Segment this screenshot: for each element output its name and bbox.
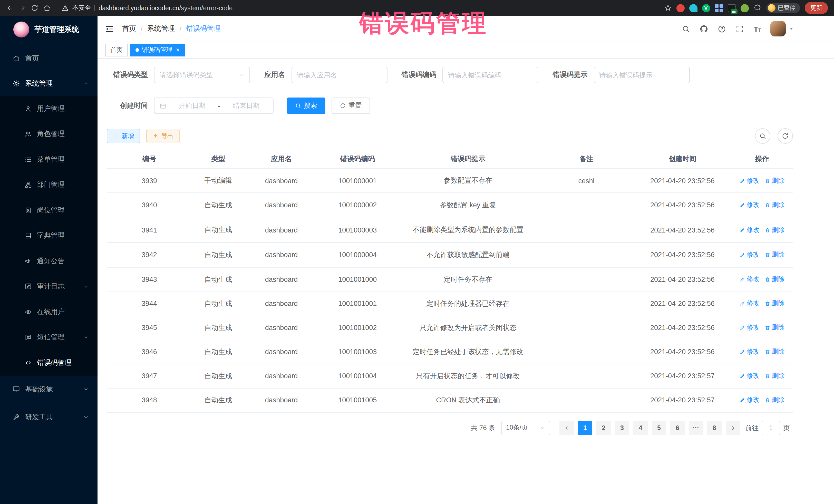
extensions-puzzle-icon[interactable] (753, 4, 761, 12)
cell-time: 2021-04-20 23:52:57 (634, 388, 731, 412)
date-range-picker[interactable]: 开始日期 - 结束日期 (154, 97, 273, 114)
delete-link[interactable]: 删除 (765, 372, 785, 380)
app-logo[interactable]: 芋道管理系统 (0, 16, 97, 43)
browser-update-button[interactable]: 更新 (805, 2, 828, 14)
reset-button[interactable]: 重置 (332, 97, 370, 114)
edit-link[interactable]: 修改 (740, 299, 760, 308)
extension-red-icon[interactable] (676, 4, 684, 12)
error-type-select[interactable]: 请选择错误码类型 (154, 67, 250, 83)
delete-link[interactable]: 删除 (765, 299, 785, 308)
extension-dark-icon[interactable]: on (727, 4, 736, 12)
menu-fold-icon[interactable] (105, 24, 114, 33)
breadcrumb-home[interactable]: 首页 (122, 24, 136, 34)
page-button[interactable]: 5 (652, 421, 666, 435)
edit-pencil-icon (740, 397, 745, 403)
sidebar-subitem[interactable]: 字典管理 (0, 223, 97, 248)
sidebar-item-infrastructure[interactable]: 基础设施 (0, 375, 97, 403)
refresh-table-button[interactable] (777, 128, 793, 144)
sidebar-subitem[interactable]: 菜单管理 (0, 147, 97, 172)
page-button[interactable]: 1 (578, 421, 592, 435)
user-avatar[interactable] (770, 21, 786, 37)
page-button[interactable]: 4 (633, 421, 648, 435)
edit-link[interactable]: 修改 (740, 396, 760, 404)
tab-error-code[interactable]: 错误码管理 × (130, 43, 185, 56)
browser-home-icon[interactable] (43, 4, 51, 12)
extension-paw-icon[interactable] (740, 4, 749, 12)
delete-link[interactable]: 删除 (765, 251, 785, 259)
search-icon[interactable] (682, 24, 690, 33)
edit-link[interactable]: 修改 (740, 251, 760, 259)
next-page-button[interactable] (726, 421, 740, 435)
app-title: 芋道管理系统 (35, 24, 79, 34)
search-button[interactable]: 搜索 (287, 97, 325, 114)
edit-link[interactable]: 修改 (740, 275, 760, 284)
cell-type: 手动编辑 (192, 169, 245, 193)
delete-link[interactable]: 删除 (765, 348, 785, 356)
fullscreen-icon[interactable] (736, 24, 744, 33)
edit-link[interactable]: 修改 (740, 226, 760, 235)
reload-icon[interactable] (31, 4, 39, 12)
url-text[interactable]: dashboard.yudao.iocoder.cn/system/error-… (98, 4, 233, 12)
toggle-search-button[interactable] (755, 128, 770, 144)
extension-grid-icon[interactable] (715, 4, 723, 12)
goto-page-input[interactable] (762, 421, 780, 435)
url-host: dashboard.yudao.iocoder.cn (98, 4, 179, 12)
cell-actions: 修改删除 (731, 364, 793, 388)
page-button[interactable]: 3 (615, 421, 629, 435)
close-icon[interactable]: × (176, 46, 180, 53)
sidebar-subitem[interactable]: 角色管理 (0, 122, 97, 147)
omnibox[interactable]: 不安全 dashboard.yudao.iocoder.cn/system/er… (62, 4, 233, 12)
page-button[interactable]: ··· (689, 421, 703, 435)
page-button[interactable]: 2 (596, 421, 611, 435)
sidebar-subitem[interactable]: 在线用户 (0, 299, 97, 325)
page-size-select[interactable]: 10条/页 (501, 421, 550, 435)
delete-link[interactable]: 删除 (765, 176, 785, 185)
edit-link[interactable]: 修改 (740, 323, 760, 332)
sidebar-subitem[interactable]: 通知公告 (0, 248, 97, 274)
export-button[interactable]: 导出 (146, 129, 180, 143)
forward-icon[interactable] (19, 4, 26, 12)
extension-v-icon[interactable]: V (702, 4, 710, 12)
sidebar-subitem[interactable]: 用户管理 (0, 96, 97, 122)
browser-profile-paused-badge[interactable]: 已暂停 (766, 3, 800, 13)
tab-home[interactable]: 首页 (105, 43, 128, 56)
edit-link[interactable]: 修改 (740, 372, 760, 380)
page-button[interactable]: 8 (707, 421, 722, 435)
sidebar-item-home[interactable]: 首页 (0, 46, 97, 71)
delete-link[interactable]: 删除 (765, 226, 785, 235)
edit-link[interactable]: 修改 (740, 176, 760, 185)
delete-link[interactable]: 删除 (765, 323, 785, 332)
prev-page-button[interactable] (559, 421, 574, 435)
total-count: 共 76 条 (471, 423, 495, 432)
sidebar-subitem[interactable]: 错误码管理 (0, 350, 97, 375)
page-button[interactable]: 6 (670, 421, 685, 435)
sidebar-item-system[interactable]: 系统管理 (0, 71, 97, 96)
select-placeholder: 请选择错误码类型 (160, 70, 213, 80)
delete-link[interactable]: 删除 (765, 396, 785, 404)
github-icon[interactable] (700, 24, 708, 33)
delete-link[interactable]: 删除 (765, 201, 785, 210)
col-header-app: 应用名 (245, 150, 318, 169)
sidebar-subitem[interactable]: 短信管理 (0, 325, 97, 350)
add-button[interactable]: 新增 (107, 129, 140, 143)
error-code-input[interactable] (442, 67, 539, 83)
security-label[interactable]: 不安全 (72, 4, 91, 12)
edit-label: 修改 (747, 251, 760, 259)
sidebar-subitem[interactable]: 审计日志 (0, 274, 97, 299)
extension-teal-pin-icon[interactable] (689, 4, 697, 12)
help-icon[interactable] (718, 24, 726, 33)
caret-down-icon[interactable] (789, 26, 794, 31)
sidebar-subitem[interactable]: 部门管理 (0, 172, 97, 198)
sidebar-subitem[interactable]: 岗位管理 (0, 198, 97, 223)
font-size-icon[interactable]: TT (754, 24, 761, 33)
bookmark-star-icon[interactable] (664, 4, 672, 12)
cell-remark (539, 218, 634, 242)
edit-link[interactable]: 修改 (740, 348, 760, 356)
sidebar-item-devtools[interactable]: 研发工具 (0, 403, 97, 431)
app-name-input[interactable] (291, 67, 387, 83)
breadcrumb-system[interactable]: 系统管理 (147, 24, 175, 34)
edit-link[interactable]: 修改 (740, 201, 760, 210)
error-msg-input[interactable] (594, 67, 689, 83)
delete-link[interactable]: 删除 (765, 275, 785, 284)
back-icon[interactable] (6, 4, 14, 12)
